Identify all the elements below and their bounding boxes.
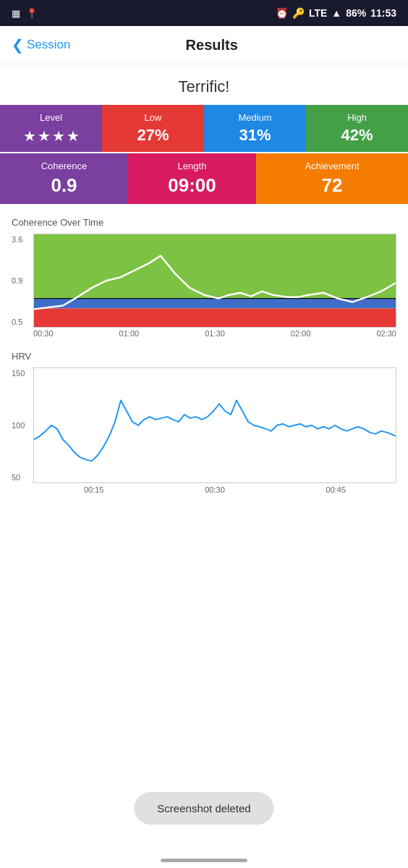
svg-rect-2 (34, 308, 396, 327)
hrv-chart-container (33, 367, 396, 483)
location-icon: 📍 (26, 8, 38, 19)
hrv-y-mid: 100 (12, 421, 25, 430)
hrv-x-2: 00:30 (205, 485, 225, 494)
chevron-left-icon: ❮ (12, 36, 24, 54)
level-cell: Level ★ ★ ★ ★ (0, 105, 102, 152)
page-title: Results (70, 37, 353, 54)
svg-rect-0 (34, 234, 396, 299)
coherence-value: 0.9 (51, 174, 77, 197)
home-bar (161, 859, 247, 862)
medium-label: Medium (238, 112, 271, 123)
high-value: 42% (341, 126, 373, 145)
x-label-2: 01:00 (119, 329, 140, 338)
back-button[interactable]: ❮ Session (12, 36, 70, 54)
coherence-y-axis: 3.6 0.9 0.5 (12, 234, 22, 328)
star-2: ★ (38, 127, 51, 145)
medium-value: 31% (239, 126, 271, 145)
svg-rect-4 (34, 368, 396, 482)
length-label: Length (178, 161, 207, 171)
y-label-bot: 0.5 (12, 318, 22, 326)
star-3: ★ (52, 127, 65, 145)
hrv-svg (34, 368, 396, 482)
hrv-x-3: 00:45 (326, 485, 347, 494)
high-cell: High 42% (306, 105, 408, 152)
hrv-chart-section: HRV 150 100 50 00:15 00:30 00:45 (0, 351, 408, 527)
key-icon: 🔑 (292, 7, 305, 19)
level-stars: ★ ★ ★ ★ (23, 127, 80, 145)
back-label: Session (27, 38, 70, 52)
low-label: Low (145, 112, 162, 123)
hrv-x-1: 00:15 (84, 485, 104, 494)
hrv-x-labels: 00:15 00:30 00:45 (12, 483, 396, 494)
status-bar: ▦ 📍 ⏰ 🔑 LTE ▲ 86% 11:53 (0, 0, 408, 26)
x-label-4: 02:00 (291, 329, 311, 338)
signal-label: LTE (309, 7, 327, 19)
toast-message: Screenshot deleted (134, 792, 273, 825)
achievement-value: 72 (322, 174, 343, 197)
calendar-icon: ▦ (12, 8, 20, 19)
hrv-y-top: 150 (12, 369, 25, 378)
status-icons: ▦ 📍 (12, 8, 38, 19)
metrics-row: Coherence 0.9 Length 09:00 Achievement 7… (0, 153, 408, 204)
coherence-chart-title: Coherence Over Time (12, 217, 396, 228)
y-label-top: 3.6 (12, 235, 22, 244)
y-label-mid: 0.9 (12, 276, 22, 285)
result-message: Terrific! (0, 64, 408, 105)
level-label: Level (40, 112, 62, 123)
alarm-icon: ⏰ (276, 7, 288, 19)
time-label: 11:53 (370, 7, 396, 19)
length-value: 09:00 (168, 174, 216, 197)
hrv-chart-title: HRV (12, 351, 396, 362)
stats-row: Level ★ ★ ★ ★ Low 27% Medium 31% High 42… (0, 105, 408, 152)
x-label-1: 00:30 (33, 329, 54, 338)
coherence-svg (34, 234, 396, 327)
signal-bars: ▲ (331, 7, 341, 19)
medium-cell: Medium 31% (204, 105, 306, 152)
hrv-y-bot: 50 (12, 473, 25, 482)
coherence-chart-section: Coherence Over Time 3.6 0.9 0.5 00:30 01… (0, 204, 408, 338)
hrv-chart-wrapper: 150 100 50 (12, 367, 396, 483)
length-cell: Length 09:00 (128, 153, 256, 204)
low-value: 27% (137, 126, 169, 145)
status-right: ⏰ 🔑 LTE ▲ 86% 11:53 (276, 7, 396, 19)
coherence-label: Coherence (41, 161, 88, 171)
battery-label: 86% (346, 7, 366, 19)
coherence-cell: Coherence 0.9 (0, 153, 128, 204)
coherence-x-labels: 00:30 01:00 01:30 02:00 02:30 (12, 328, 396, 338)
achievement-label: Achievement (305, 161, 359, 171)
star-4: ★ (67, 127, 80, 145)
x-label-3: 01:30 (205, 329, 225, 338)
low-cell: Low 27% (102, 105, 204, 152)
header: ❮ Session Results (0, 26, 408, 64)
high-label: High (347, 112, 367, 123)
x-label-5: 02:30 (376, 329, 396, 338)
achievement-cell: Achievement 72 (256, 153, 408, 204)
star-1: ★ (23, 127, 36, 145)
hrv-y-axis: 150 100 50 (12, 367, 25, 483)
